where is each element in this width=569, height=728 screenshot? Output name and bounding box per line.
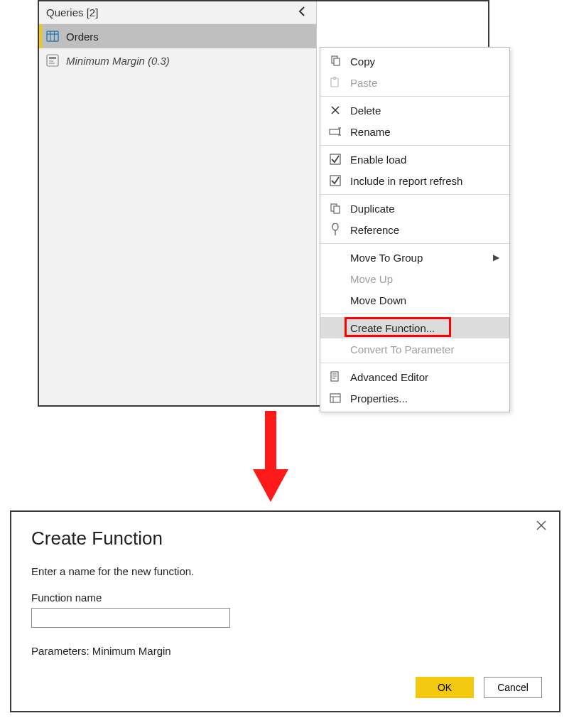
menu-separator: [320, 145, 509, 146]
button-label: OK: [438, 682, 452, 693]
menu-item-label: Convert To Parameter: [350, 343, 499, 355]
dialog-title: Create Function: [31, 528, 539, 550]
svg-rect-0: [47, 31, 58, 41]
function-name-label: Function name: [31, 592, 539, 604]
menu-item-reference[interactable]: Reference: [320, 219, 509, 240]
blank-icon: [327, 250, 343, 264]
svg-rect-14: [330, 129, 340, 134]
cancel-button[interactable]: Cancel: [484, 677, 542, 698]
ok-button[interactable]: OK: [416, 677, 474, 698]
menu-item-delete[interactable]: Delete: [320, 100, 509, 121]
menu-item-label: Delete: [350, 105, 499, 117]
collapse-pane-button[interactable]: [295, 6, 309, 19]
dialog-button-row: OK Cancel: [416, 677, 542, 698]
menu-item-rename[interactable]: Rename: [320, 121, 509, 142]
blank-icon: [327, 272, 343, 286]
chevron-left-icon: [298, 6, 306, 16]
queries-panel-window: Queries [2] Orders Minimum Margin (0.3) …: [38, 0, 489, 407]
menu-item-enable-load[interactable]: Enable load: [320, 149, 509, 170]
close-icon: [536, 520, 546, 530]
rename-icon: [327, 124, 343, 139]
menu-item-convert-parameter: Convert To Parameter: [320, 338, 509, 360]
menu-item-properties[interactable]: Properties...: [320, 387, 509, 409]
parameters-line: Parameters: Minimum Margin: [31, 645, 539, 657]
menu-item-move-down[interactable]: Move Down: [320, 289, 509, 311]
svg-rect-5: [49, 57, 56, 59]
properties-icon: [327, 391, 343, 405]
menu-item-create-function[interactable]: Create Function...: [320, 317, 509, 338]
menu-item-label: Reference: [350, 224, 499, 236]
dialog-prompt: Enter a name for the new function.: [31, 565, 539, 577]
svg-rect-31: [265, 411, 276, 472]
blank-icon: [327, 293, 343, 307]
svg-rect-6: [49, 60, 53, 62]
menu-separator: [320, 243, 509, 244]
svg-marker-32: [253, 469, 288, 502]
duplicate-icon: [327, 201, 343, 215]
arrow-down-annotation: [253, 411, 288, 502]
menu-separator: [320, 194, 509, 195]
svg-point-22: [332, 223, 338, 230]
menu-separator: [320, 363, 509, 363]
menu-item-advanced-editor[interactable]: Advanced Editor: [320, 366, 509, 387]
delete-icon: [327, 103, 343, 117]
menu-item-label: Duplicate: [350, 203, 499, 215]
menu-item-label: Rename: [350, 126, 499, 138]
svg-rect-21: [334, 206, 340, 213]
blank-icon: [327, 342, 343, 356]
copy-icon: [327, 54, 343, 68]
function-name-input[interactable]: [31, 608, 230, 628]
queries-pane: Queries [2] Orders Minimum Margin (0.3): [39, 1, 317, 405]
menu-item-label: Move Down: [350, 294, 499, 306]
menu-item-label: Create Function...: [350, 322, 499, 334]
menu-item-label: Enable load: [350, 154, 499, 166]
menu-item-paste: Paste: [320, 72, 509, 93]
table-icon: [46, 30, 59, 43]
checkbox-checked-icon: [327, 152, 343, 166]
checkbox-checked-icon: [327, 173, 343, 188]
menu-separator: [320, 314, 509, 314]
svg-rect-9: [334, 58, 340, 65]
menu-separator: [320, 96, 509, 97]
menu-item-label: Copy: [350, 55, 499, 68]
menu-item-label: Move Up: [350, 273, 499, 285]
query-context-menu: Copy Paste Delete Rename: [320, 47, 510, 412]
menu-item-label: Move To Group: [350, 252, 493, 264]
create-function-dialog: Create Function Enter a name for the new…: [10, 510, 560, 712]
blank-icon: [327, 321, 343, 335]
editor-icon: [327, 370, 343, 384]
chevron-right-icon: ▶: [493, 252, 499, 262]
query-item-label: Orders: [66, 31, 99, 43]
parameter-icon: [46, 54, 59, 67]
menu-item-copy[interactable]: Copy: [320, 50, 509, 72]
paste-icon: [327, 75, 343, 90]
queries-title: Queries [2]: [46, 6, 98, 18]
query-item-minimum-margin[interactable]: Minimum Margin (0.3): [39, 48, 316, 73]
menu-item-label: Properties...: [350, 392, 499, 405]
menu-item-duplicate[interactable]: Duplicate: [320, 198, 509, 219]
menu-item-label: Include in report refresh: [350, 175, 499, 187]
query-item-label: Minimum Margin (0.3): [66, 55, 170, 67]
svg-rect-7: [49, 63, 55, 64]
menu-item-label: Paste: [350, 77, 499, 89]
menu-item-include-refresh[interactable]: Include in report refresh: [320, 170, 509, 191]
menu-item-label: Advanced Editor: [350, 371, 499, 383]
menu-item-move-up: Move Up: [320, 268, 509, 289]
close-button[interactable]: [532, 518, 551, 535]
queries-header: Queries [2]: [39, 1, 316, 24]
svg-rect-28: [330, 394, 340, 402]
svg-rect-11: [333, 77, 336, 80]
button-label: Cancel: [497, 682, 529, 693]
reference-icon: [327, 223, 343, 237]
query-item-orders[interactable]: Orders: [39, 24, 316, 48]
menu-item-move-to-group[interactable]: Move To Group ▶: [320, 247, 509, 268]
